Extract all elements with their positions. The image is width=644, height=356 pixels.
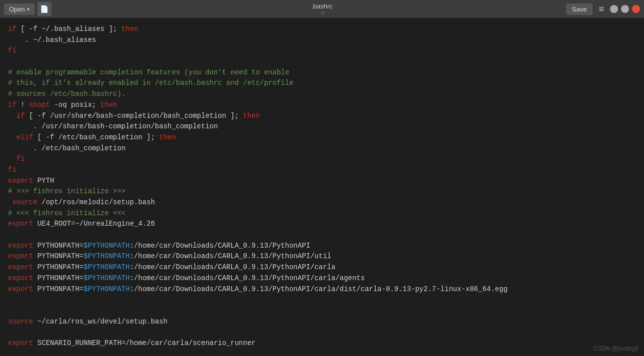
open-label: Open bbox=[9, 5, 25, 13]
left-toolbar: Open ▾ 📄 bbox=[4, 2, 51, 16]
right-toolbar: Save ≡ bbox=[566, 3, 640, 15]
file-icon-button[interactable]: 📄 bbox=[37, 2, 51, 16]
editor-area[interactable]: if [ -f ~/.bash_aliases ]; then . ~/.bas… bbox=[0, 18, 644, 356]
file-icon: 📄 bbox=[40, 5, 48, 13]
window-title: .bashrc ~/ bbox=[311, 2, 333, 16]
save-button[interactable]: Save bbox=[566, 3, 593, 15]
watermark: CSDN @justinyjf bbox=[593, 345, 638, 352]
close-button[interactable] bbox=[632, 5, 640, 13]
chevron-down-icon: ▾ bbox=[27, 6, 29, 12]
title-filename: .bashrc bbox=[311, 2, 333, 10]
open-button[interactable]: Open ▾ bbox=[4, 3, 34, 15]
menu-button[interactable]: ≡ bbox=[596, 3, 607, 15]
minimize-button[interactable] bbox=[610, 5, 618, 13]
titlebar: Open ▾ 📄 .bashrc ~/ Save ≡ bbox=[0, 0, 644, 18]
title-path: ~/ bbox=[311, 10, 333, 16]
maximize-button[interactable] bbox=[621, 5, 629, 13]
